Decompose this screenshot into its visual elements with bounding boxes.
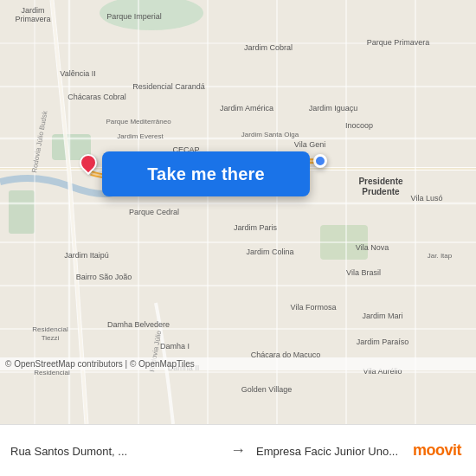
svg-text:Tiezzi: Tiezzi [42, 334, 60, 342]
svg-text:Vila Geni: Vila Geni [294, 140, 325, 149]
svg-text:Vila Brasil: Vila Brasil [346, 268, 381, 277]
svg-text:Chácaras Cobral: Chácaras Cobral [68, 93, 126, 101]
svg-text:Presidente: Presidente [358, 177, 403, 186]
svg-rect-4 [9, 190, 35, 234]
svg-text:Parque Imperial: Parque Imperial [106, 12, 162, 21]
svg-text:Jardim Paris: Jardim Paris [234, 223, 278, 232]
svg-text:Jardim: Jardim [21, 6, 44, 15]
svg-text:Jardim América: Jardim América [220, 104, 273, 113]
svg-text:Jardim Cobral: Jardim Cobral [244, 43, 293, 52]
map-container: Rodovia Júlio Budsk Rodovia Júlio Parque… [0, 0, 476, 424]
svg-text:Jardim Iguaçu: Jardim Iguaçu [309, 104, 358, 113]
svg-text:Jardim Itaipú: Jardim Itaipú [64, 251, 109, 260]
svg-text:Jardim Mari: Jardim Mari [362, 312, 402, 320]
svg-text:Inocoop: Inocoop [345, 121, 373, 130]
svg-text:Primavera: Primavera [15, 15, 50, 23]
destination-marker [80, 154, 97, 171]
svg-text:Jardim Santa Olga: Jardim Santa Olga [241, 131, 299, 138]
svg-text:Parque Cedral: Parque Cedral [129, 208, 179, 216]
moovit-branding: moovit [398, 424, 476, 476]
svg-text:Jar. Itap: Jar. Itap [428, 252, 453, 260]
origin-marker [313, 154, 327, 168]
svg-text:Vila Formosa: Vila Formosa [291, 303, 337, 312]
svg-text:Damha I: Damha I [160, 342, 190, 351]
svg-text:Prudente: Prudente [362, 187, 400, 196]
copyright-text: © OpenStreetMap contributors | © OpenMap… [5, 359, 195, 369]
svg-text:Vila Lusó: Vila Lusó [411, 194, 443, 203]
svg-text:Damha Belvedere: Damha Belvedere [107, 320, 170, 329]
origin-text: Rua Santos Dumont, ... [10, 445, 127, 458]
svg-text:Valência II: Valência II [60, 69, 95, 78]
svg-text:Parque Mediterrâneo: Parque Mediterrâneo [106, 118, 171, 125]
svg-text:Vila Nova: Vila Nova [356, 243, 389, 252]
svg-text:Residencial Carandá: Residencial Carandá [132, 82, 205, 91]
svg-text:Jardim Everest: Jardim Everest [117, 132, 164, 140]
svg-text:Parque Primavera: Parque Primavera [367, 38, 430, 47]
svg-text:Bairro São João: Bairro São João [76, 273, 132, 281]
bottom-bar: Rua Santos Dumont, ... → Empresa Facic J… [0, 424, 476, 476]
direction-arrow: → [220, 441, 256, 460]
destination-text: Empresa Facic Junior Uno... [256, 445, 398, 458]
origin-location: Rua Santos Dumont, ... [10, 443, 220, 459]
copyright-bar: © OpenStreetMap contributors | © OpenMap… [0, 357, 476, 370]
svg-text:Golden Village: Golden Village [241, 385, 292, 394]
moovit-logo: moovit [413, 441, 461, 460]
svg-text:Residencial: Residencial [32, 325, 68, 333]
svg-text:Jardim Paraíso: Jardim Paraíso [357, 338, 409, 346]
take-me-there-button[interactable]: Take me there [102, 151, 310, 196]
svg-text:Jardim Colina: Jardim Colina [246, 248, 293, 256]
cta-button-label: Take me there [147, 164, 265, 184]
